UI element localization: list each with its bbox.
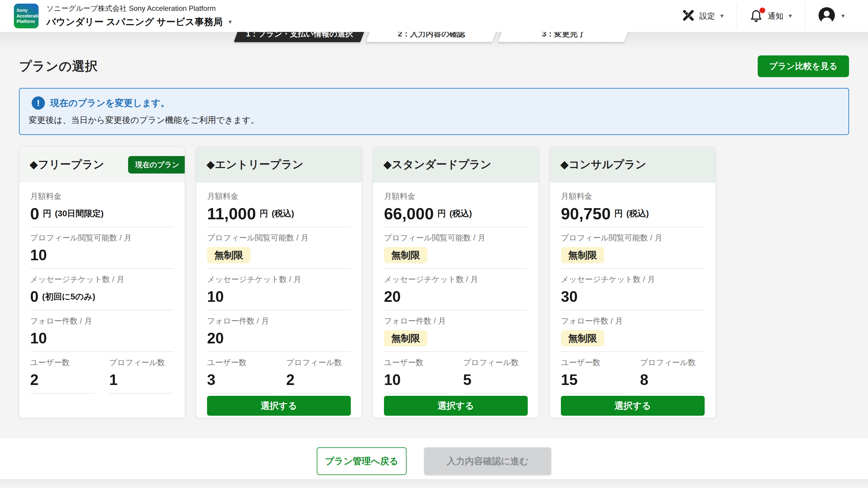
message-tickets-value: 30 xyxy=(561,289,578,304)
plan-card-standard: ◆スタンダードプラン 月額料金 66,000 円 (税込) プロフィール閲覧可能… xyxy=(373,147,539,418)
logo-line: Sony xyxy=(17,7,38,13)
bell-icon xyxy=(749,9,764,23)
plan-card-body: 月額料金 0 円 (30日間限定) プロフィール閲覧可能数 / 月 10 メッセ… xyxy=(19,183,185,418)
company-name: ソニーグループ株式会社 Sony Acceleration Platform xyxy=(46,4,233,13)
field-follows: フォロー件数 / 月 無制限 xyxy=(561,316,705,352)
monthly-fee-value: 90,750 xyxy=(561,205,611,222)
monthly-fee-value: 11,000 xyxy=(207,205,256,222)
profiles-value: 8 xyxy=(640,372,649,387)
field-message-tickets: メッセージチケット数 / 月 0 (初回に5のみ) xyxy=(30,274,174,310)
unlimited-badge: 無制限 xyxy=(561,330,604,347)
plan-name: ◆フリープラン xyxy=(30,157,104,172)
settings-menu[interactable]: 設定 ▼ xyxy=(670,0,737,32)
plan-name: ◆エントリープラン xyxy=(207,157,304,172)
field-users: ユーザー数 3 xyxy=(207,357,272,393)
plan-card-body: 月額料金 90,750 円 (税込) プロフィール閲覧可能数 / 月 無制限 メ… xyxy=(550,183,715,418)
exclamation-icon: ! xyxy=(32,96,45,110)
message-tickets-value: 20 xyxy=(384,289,401,304)
account-menu[interactable]: ▼ xyxy=(805,0,858,32)
plan-cards: ◆フリープラン 現在のプラン 月額料金 0 円 (30日間限定) プロフィール閲… xyxy=(19,147,849,418)
users-value: 2 xyxy=(30,372,38,387)
plan-change-notice: ! 現在のプランを変更します。 変更後は、当日から変更後のプラン機能をご利用でき… xyxy=(19,88,849,135)
monthly-fee-value: 0 xyxy=(30,205,39,222)
select-plan-button[interactable]: 選択する xyxy=(384,396,528,416)
sony-acceleration-platform-logo: Sony Acceleration Platform xyxy=(14,4,38,28)
follows-value: 20 xyxy=(207,331,224,346)
page-title: プランの選択 xyxy=(19,58,98,75)
monthly-fee-value: 66,000 xyxy=(384,205,434,222)
follows-value: 10 xyxy=(30,331,47,346)
field-monthly-fee: 月額料金 90,750 円 (税込) xyxy=(561,191,705,227)
field-profile-views: プロフィール閲覧可能数 / 月 無制限 xyxy=(384,233,528,269)
main-content: プランの選択 プラン比較を見る ! 現在のプランを変更します。 変更後は、当日か… xyxy=(0,56,868,418)
org-switcher[interactable]: バウンダリー スパニング サービス事務局 ▼ xyxy=(46,16,233,28)
field-monthly-fee: 月額料金 66,000 円 (税込) xyxy=(384,191,528,227)
plan-card-body: 月額料金 11,000 円 (税込) プロフィール閲覧可能数 / 月 無制限 メ… xyxy=(196,183,362,418)
field-profile-views: プロフィール閲覧可能数 / 月 10 xyxy=(30,233,174,269)
plan-card-header: ◆コンサルプラン xyxy=(550,147,715,183)
back-to-plan-management-button[interactable]: プラン管理へ戻る xyxy=(317,447,407,475)
unlimited-badge: 無制限 xyxy=(561,247,604,263)
proceed-to-confirmation-button[interactable]: 入力内容確認に進む xyxy=(424,447,551,475)
profiles-value: 1 xyxy=(110,372,118,387)
bottom-action-bar: プラン管理へ戻る 入力内容確認に進む xyxy=(0,438,868,479)
plan-card-body: 月額料金 66,000 円 (税込) プロフィール閲覧可能数 / 月 無制限 メ… xyxy=(373,183,538,418)
chevron-down-icon: ▼ xyxy=(840,13,846,19)
title-row: プランの選択 プラン比較を見る xyxy=(19,56,849,77)
field-follows: フォロー件数 / 月 20 xyxy=(207,316,351,352)
message-tickets-value: 0 xyxy=(30,289,38,304)
plan-card-entry: ◆エントリープラン 月額料金 11,000 円 (税込) プロフィール閲覧可能数… xyxy=(196,147,362,418)
profiles-value: 5 xyxy=(463,372,472,387)
notifications-label: 通知 xyxy=(768,11,783,22)
plan-name: ◆スタンダードプラン xyxy=(383,157,491,172)
plan-card-header: ◆フリープラン 現在のプラン xyxy=(19,147,185,183)
notice-title: 現在のプランを変更します。 xyxy=(50,97,170,109)
app-header: Sony Acceleration Platform ソニーグループ株式会社 S… xyxy=(0,0,868,32)
field-profiles: プロフィール数 8 xyxy=(640,357,705,393)
plan-compare-button[interactable]: プラン比較を見る xyxy=(758,56,849,77)
org-block: ソニーグループ株式会社 Sony Acceleration Platform バ… xyxy=(46,4,233,28)
org-name: バウンダリー スパニング サービス事務局 xyxy=(46,16,223,28)
field-users: ユーザー数 15 xyxy=(561,357,626,393)
avatar-icon xyxy=(817,6,836,26)
users-value: 10 xyxy=(384,372,401,387)
plan-card-header: ◆エントリープラン xyxy=(196,147,362,183)
plan-card-free: ◆フリープラン 現在のプラン 月額料金 0 円 (30日間限定) プロフィール閲… xyxy=(19,147,185,418)
field-monthly-fee: 月額料金 0 円 (30日間限定) xyxy=(30,191,174,227)
notification-dot xyxy=(760,7,765,13)
users-profiles-row: ユーザー数 2 プロフィール数 1 xyxy=(30,357,174,393)
users-profiles-row: ユーザー数 15 プロフィール数 8 xyxy=(561,357,705,393)
settings-tools-icon xyxy=(681,8,695,24)
chevron-down-icon: ▼ xyxy=(787,13,793,19)
field-profiles: プロフィール数 1 xyxy=(110,357,174,393)
settings-label: 設定 xyxy=(700,11,715,22)
profile-views-value: 10 xyxy=(30,248,47,263)
users-value: 3 xyxy=(207,372,216,387)
field-message-tickets: メッセージチケット数 / 月 10 xyxy=(207,274,351,310)
notifications-menu[interactable]: 通知 ▼ xyxy=(737,0,805,32)
field-profile-views: プロフィール閲覧可能数 / 月 無制限 xyxy=(207,233,351,269)
users-profiles-row: ユーザー数 3 プロフィール数 2 xyxy=(207,357,351,393)
unlimited-badge: 無制限 xyxy=(384,330,427,347)
field-users: ユーザー数 10 xyxy=(384,357,449,393)
field-users: ユーザー数 2 xyxy=(30,357,95,393)
chevron-down-icon: ▼ xyxy=(227,19,233,25)
unlimited-badge: 無制限 xyxy=(384,247,427,263)
field-follows: フォロー件数 / 月 無制限 xyxy=(384,316,528,352)
plan-name: ◆コンサルプラン xyxy=(560,157,647,172)
message-tickets-value: 10 xyxy=(207,289,224,304)
field-message-tickets: メッセージチケット数 / 月 30 xyxy=(561,274,705,310)
select-plan-button[interactable]: 選択する xyxy=(561,396,705,416)
logo-line: Acceleration xyxy=(17,13,38,19)
plan-card-consul: ◆コンサルプラン 月額料金 90,750 円 (税込) プロフィール閲覧可能数 … xyxy=(550,147,716,418)
select-plan-button[interactable]: 選択する xyxy=(207,396,351,416)
header-actions: 設定 ▼ 通知 ▼ xyxy=(670,0,858,32)
unlimited-badge: 無制限 xyxy=(207,247,250,263)
field-message-tickets: メッセージチケット数 / 月 20 xyxy=(384,274,528,310)
profiles-value: 2 xyxy=(286,372,295,387)
users-value: 15 xyxy=(561,372,578,387)
chevron-down-icon: ▼ xyxy=(719,13,725,19)
notice-body: 変更後は、当日から変更後のプラン機能をご利用できます。 xyxy=(29,115,839,126)
logo-line: Platform xyxy=(17,19,38,24)
field-follows: フォロー件数 / 月 10 xyxy=(30,316,174,352)
